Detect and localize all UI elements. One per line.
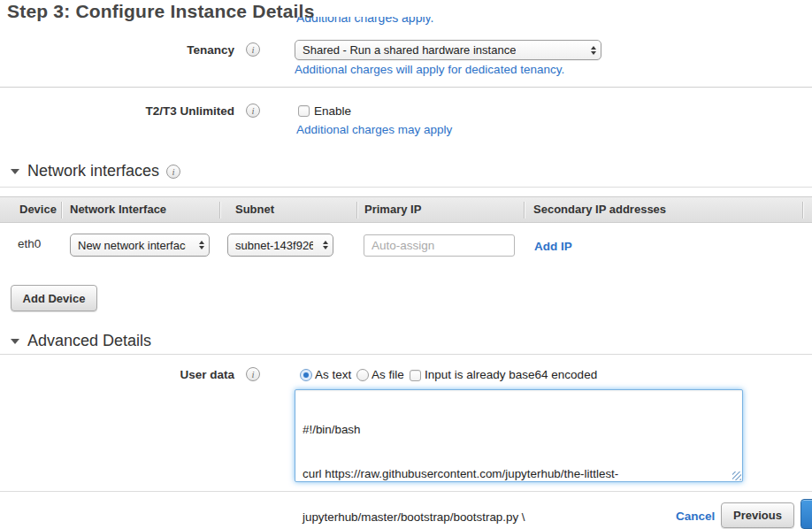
cancel-link[interactable]: Cancel	[676, 510, 715, 523]
divider	[0, 491, 812, 492]
base64-checkbox[interactable]	[410, 370, 421, 381]
enable-checkbox-label: Enable	[314, 104, 351, 118]
tenancy-label: Tenancy	[0, 43, 234, 57]
col-header-subnet: Subnet	[235, 197, 274, 222]
divider	[0, 87, 812, 88]
configure-instance-details-page: Step 3: Configure Instance Details Addit…	[0, 0, 812, 529]
clipped-note: Additional charges apply.	[296, 17, 433, 27]
user-data-textarea[interactable]: #!/bin/bash curl https://raw.githubuserc…	[295, 389, 743, 482]
select-arrows-icon	[318, 241, 328, 249]
add-device-button[interactable]: Add Device	[11, 285, 97, 311]
advanced-details-section-header: Advanced Details	[11, 332, 151, 350]
info-icon[interactable]: i	[246, 42, 260, 57]
as-text-radio[interactable]	[300, 369, 312, 381]
network-interface-select-value: New network interface	[78, 239, 186, 252]
primary-ip-input[interactable]	[364, 234, 515, 257]
subnet-select[interactable]: subnet-143f9263	[227, 234, 333, 257]
additional-charges-may-apply-link[interactable]: Additional charges may apply	[296, 123, 452, 136]
script-line: #!/bin/bash	[303, 423, 735, 438]
network-interface-select[interactable]: New network interface	[70, 234, 210, 257]
column-divider	[61, 202, 62, 218]
select-arrows-icon	[586, 46, 596, 55]
info-icon[interactable]: i	[166, 165, 180, 179]
col-header-network-interface: Network Interface	[70, 197, 166, 222]
column-divider	[524, 202, 525, 218]
divider	[0, 354, 812, 355]
base64-checkbox-label: Input is already base64 encoded	[425, 368, 597, 381]
col-header-device: Device	[19, 197, 57, 222]
tenancy-select[interactable]: Shared - Run a shared hardware instance	[295, 40, 601, 60]
network-interfaces-section-header: Network interfaces i	[11, 162, 180, 180]
add-ip-link[interactable]: Add IP	[534, 240, 572, 253]
network-interfaces-title: Network interfaces	[27, 162, 159, 180]
previous-button[interactable]: Previous	[721, 502, 794, 528]
additional-charges-apply-link[interactable]: Additional charges apply.	[296, 17, 433, 25]
col-header-secondary-ip: Secondary IP addresses	[533, 197, 666, 222]
as-file-radio-label: As file	[372, 368, 404, 381]
enable-checkbox[interactable]	[298, 105, 310, 117]
divider	[0, 187, 812, 188]
page-title: Step 3: Configure Instance Details	[7, 1, 315, 22]
user-data-label: User data	[0, 368, 234, 381]
as-file-radio[interactable]	[356, 369, 369, 381]
select-arrows-icon	[195, 241, 204, 249]
network-interfaces-table-header: Device Network Interface Subnet Primary …	[0, 196, 812, 223]
col-header-primary-ip: Primary IP	[364, 197, 421, 222]
info-icon[interactable]: i	[246, 367, 260, 381]
dedicated-tenancy-charges-link[interactable]: Additional charges will apply for dedica…	[295, 63, 564, 76]
column-divider	[219, 202, 220, 218]
script-line: curl https://raw.githubusercontent.com/j…	[303, 467, 735, 482]
subnet-select-value: subnet-143f9263	[235, 239, 313, 252]
resize-handle[interactable]	[732, 472, 741, 480]
script-line: jupyterhub/master/bootstrap/bootstrap.py…	[303, 510, 735, 525]
collapse-triangle-icon[interactable]	[11, 169, 19, 174]
t2t3-unlimited-label: T2/T3 Unlimited	[0, 104, 234, 118]
review-launch-button-clipped[interactable]	[801, 499, 812, 529]
device-cell: eth0	[18, 237, 41, 250]
as-text-radio-label: As text	[315, 368, 351, 381]
advanced-details-title: Advanced Details	[27, 332, 151, 350]
column-divider	[356, 202, 357, 218]
info-icon[interactable]: i	[246, 104, 260, 118]
tenancy-select-value: Shared - Run a shared hardware instance	[303, 43, 516, 57]
collapse-triangle-icon[interactable]	[11, 339, 19, 344]
column-divider	[802, 202, 803, 218]
